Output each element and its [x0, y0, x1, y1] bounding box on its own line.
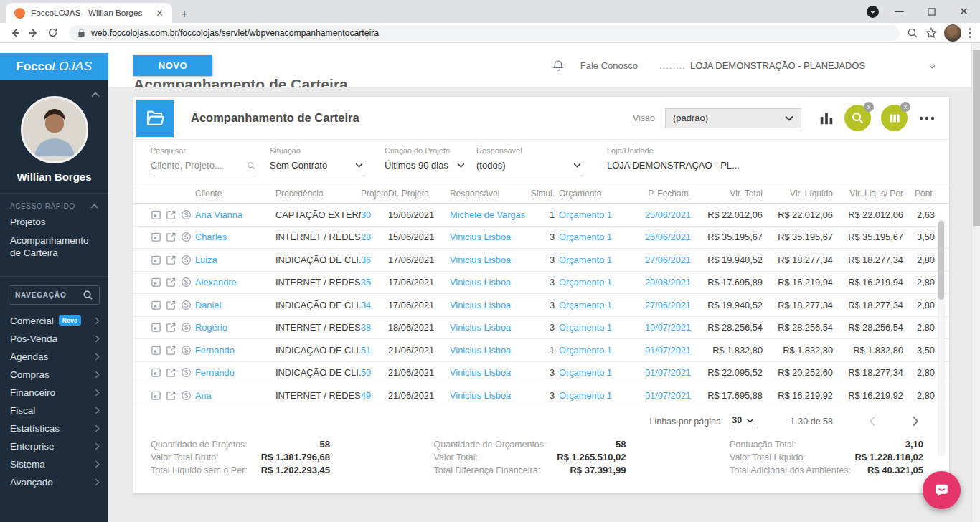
dollar-icon[interactable]: [181, 367, 192, 378]
external-link-icon[interactable]: [166, 322, 176, 333]
dollar-icon[interactable]: [181, 390, 192, 401]
sidebar-item-agendas[interactable]: Agendas: [0, 348, 108, 366]
user-avatar[interactable]: [21, 96, 88, 163]
responsavel-select[interactable]: (todos): [476, 160, 581, 174]
cell-p-fecham[interactable]: 25/06/2021: [628, 209, 695, 220]
column-header-dt-projeto[interactable]: Dt. Projeto: [388, 189, 450, 199]
cell-projeto[interactable]: 38: [361, 322, 388, 333]
store-selector[interactable]: ........ LOJA DEMONSTRAÇÃO - PLANEJADOS: [659, 59, 936, 72]
external-link-icon[interactable]: [166, 345, 176, 356]
window-scrollbar[interactable]: [971, 43, 980, 522]
cell-cliente[interactable]: Rogério: [195, 322, 275, 333]
back-icon[interactable]: [6, 24, 24, 42]
cell-p-fecham[interactable]: 27/06/2021: [628, 255, 695, 265]
calendar-icon[interactable]: [151, 322, 161, 333]
column-header-p-fecham-[interactable]: P. Fecham.: [628, 189, 695, 199]
cell-orcamento[interactable]: Orçamento 1: [559, 255, 628, 265]
table-scrollbar[interactable]: [938, 219, 945, 456]
cell-orcamento[interactable]: Orçamento 1: [559, 300, 628, 310]
cell-responsavel[interactable]: Vinicius Lisboa: [450, 345, 530, 356]
refresh-icon[interactable]: [43, 24, 62, 42]
clear-columns-badge[interactable]: x: [900, 102, 910, 112]
sidebar-item-estatisticas[interactable]: Estatísticas: [0, 419, 108, 437]
chart-icon[interactable]: [819, 110, 834, 126]
cell-projeto[interactable]: 49: [361, 390, 388, 401]
external-link-icon[interactable]: [166, 277, 176, 288]
dollar-icon[interactable]: [181, 209, 192, 220]
dollar-icon[interactable]: [181, 277, 192, 288]
chevron-up-icon[interactable]: [90, 202, 98, 210]
next-page-icon[interactable]: [912, 416, 919, 427]
sidebar-item-financeiro[interactable]: Financeiro: [0, 384, 108, 402]
table-scrollbar-thumb[interactable]: [938, 221, 944, 300]
cell-cliente[interactable]: Ana Vianna: [195, 209, 275, 220]
cell-responsavel[interactable]: Vinicius Lisboa: [450, 232, 530, 242]
column-header-vlr-liq-s-per[interactable]: Vlr. Liq. s/ Per: [837, 189, 908, 199]
cell-orcamento[interactable]: Orçamento 1: [559, 232, 628, 242]
cell-p-fecham[interactable]: 27/06/2021: [628, 300, 695, 310]
cell-cliente[interactable]: Fernando: [195, 345, 275, 356]
sidebar-item-acompanhamento-de-carteira[interactable]: Acompanhamento de Carteira: [10, 235, 98, 260]
cell-responsavel[interactable]: Vinicius Lisboa: [450, 367, 530, 378]
situacao-select[interactable]: Sem Contrato: [270, 160, 363, 174]
sidebar-item-compras[interactable]: Compras: [0, 366, 108, 384]
cell-cliente[interactable]: Ana: [195, 390, 275, 401]
cell-responsavel[interactable]: Vinicius Lisboa: [450, 277, 530, 288]
cell-responsavel[interactable]: Vinicius Lisboa: [450, 255, 530, 265]
column-header-simul-[interactable]: Simul.: [530, 189, 559, 199]
search-clients-input[interactable]: [151, 160, 255, 174]
sidebar-item-fiscal[interactable]: Fiscal: [0, 402, 108, 419]
url-bar[interactable]: web.foccolojas.com.br/foccolojas/servlet…: [69, 25, 900, 41]
calendar-icon[interactable]: [151, 255, 161, 265]
view-select[interactable]: (padrão): [665, 108, 801, 128]
padlock-icon[interactable]: [77, 28, 85, 37]
external-link-icon[interactable]: [166, 300, 176, 310]
dollar-icon[interactable]: [181, 232, 192, 242]
sidebar-item-sistema[interactable]: Sistema: [0, 455, 108, 473]
browser-update-icon[interactable]: [867, 6, 879, 18]
chat-button[interactable]: [923, 471, 961, 509]
cell-projeto[interactable]: 50: [361, 367, 388, 378]
calendar-icon[interactable]: [151, 277, 161, 288]
bell-icon[interactable]: [552, 58, 565, 72]
column-header-pont-[interactable]: Pont.: [908, 189, 939, 199]
dollar-icon[interactable]: [181, 300, 192, 310]
dollar-icon[interactable]: [181, 322, 192, 333]
calendar-icon[interactable]: [151, 345, 161, 356]
cell-responsavel[interactable]: Michele de Vargas: [450, 209, 530, 220]
column-header-vlr-liquido[interactable]: Vlr. Líquido: [767, 189, 837, 199]
cell-orcamento[interactable]: Orçamento 1: [559, 390, 628, 401]
calendar-icon[interactable]: [151, 209, 161, 220]
cell-projeto[interactable]: 35: [361, 277, 388, 288]
maximize-button[interactable]: [915, 0, 948, 23]
cell-responsavel[interactable]: Vinicius Lisboa: [450, 390, 530, 401]
external-link-icon[interactable]: [166, 367, 176, 378]
column-header-cliente[interactable]: Cliente: [195, 189, 275, 199]
rows-per-page-select[interactable]: 30: [730, 415, 755, 427]
browser-tab[interactable]: FoccoLOJAS - Willian Borges ✕: [6, 3, 172, 23]
column-header-projeto[interactable]: Projeto: [361, 189, 388, 199]
menu-dots-icon[interactable]: [969, 27, 971, 39]
dollar-icon[interactable]: [181, 345, 192, 356]
fale-conosco-link[interactable]: Fale Conosco: [580, 60, 638, 71]
cell-cliente[interactable]: Daniel: [195, 300, 275, 310]
external-link-icon[interactable]: [166, 390, 176, 401]
nav-search-input[interactable]: [15, 291, 83, 299]
sidebar-item-avancado[interactable]: Avançado: [0, 473, 108, 491]
cell-orcamento[interactable]: Orçamento 1: [559, 367, 628, 378]
new-tab-button[interactable]: +: [181, 8, 188, 20]
column-header-responsavel[interactable]: Responsável: [450, 189, 530, 199]
calendar-icon[interactable]: [151, 300, 161, 310]
external-link-icon[interactable]: [166, 209, 176, 220]
nav-search-box[interactable]: [9, 285, 100, 305]
sidebar-item-comercial[interactable]: ComercialNovo: [0, 312, 108, 330]
chevron-up-icon[interactable]: [91, 87, 100, 100]
cell-projeto[interactable]: 30: [361, 209, 388, 220]
cell-p-fecham[interactable]: 25/06/2021: [628, 232, 695, 242]
minimize-button[interactable]: —: [883, 0, 915, 23]
column-header-procedencia[interactable]: Procedência: [275, 189, 361, 199]
cell-projeto[interactable]: 28: [361, 232, 388, 242]
cell-responsavel[interactable]: Vinicius Lisboa: [450, 322, 530, 333]
sidebar-item-enterprise[interactable]: Enterprise: [0, 437, 108, 455]
cell-orcamento[interactable]: Orçamento 1: [559, 322, 628, 333]
